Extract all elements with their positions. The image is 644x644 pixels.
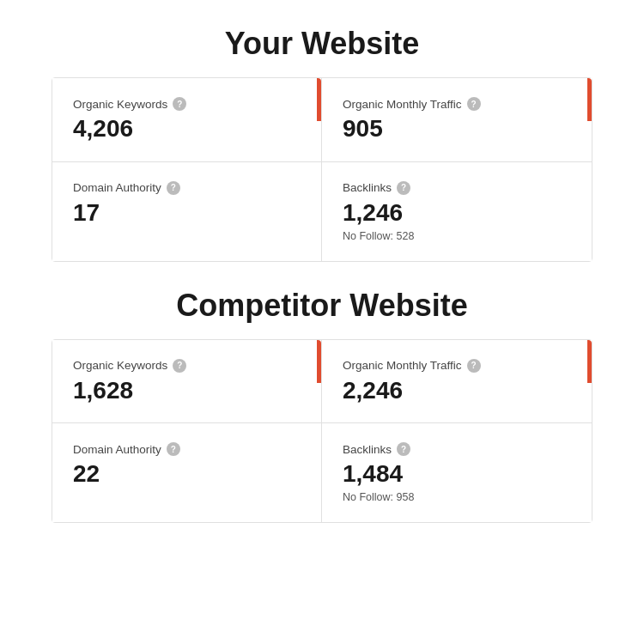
- competitor-website-metrics-grid: Organic Keywords ? 1,628 Organic Monthly…: [52, 339, 592, 524]
- your-website-metrics-grid: Organic Keywords ? 4,206 Organic Monthly…: [52, 77, 592, 262]
- your-website-section: Your Website Organic Keywords ? 4,206 Or…: [52, 26, 592, 262]
- your-organic-traffic-label-row: Organic Monthly Traffic ?: [343, 97, 571, 111]
- comp-domain-authority-help-icon[interactable]: ?: [167, 442, 180, 456]
- your-organic-traffic-value: 905: [343, 116, 571, 143]
- red-bar-your-traffic: [587, 78, 592, 121]
- comp-organic-keywords-label-row: Organic Keywords ?: [73, 359, 301, 373]
- comp-backlinks-nofollow: No Follow: 958: [343, 491, 571, 503]
- comp-domain-authority-value: 22: [73, 461, 301, 488]
- comp-organic-keywords-help-icon[interactable]: ?: [173, 359, 186, 373]
- comp-organic-keywords-label: Organic Keywords: [73, 359, 167, 372]
- your-backlinks-value: 1,246: [343, 200, 571, 227]
- your-organic-keywords-help-icon[interactable]: ?: [173, 97, 186, 111]
- your-backlinks-nofollow: No Follow: 528: [343, 230, 571, 242]
- your-organic-traffic-card: Organic Monthly Traffic ? 905: [322, 78, 592, 162]
- comp-organic-keywords-card: Organic Keywords ? 1,628: [52, 340, 322, 424]
- comp-backlinks-card: Backlinks ? 1,484 No Follow: 958: [322, 423, 592, 522]
- comp-domain-authority-label: Domain Authority: [73, 443, 161, 456]
- comp-organic-traffic-help-icon[interactable]: ?: [467, 359, 481, 373]
- comp-organic-traffic-value: 2,246: [343, 378, 571, 404]
- your-domain-authority-label-row: Domain Authority ?: [73, 181, 301, 195]
- your-organic-traffic-label: Organic Monthly Traffic: [343, 98, 462, 111]
- your-backlinks-card: Backlinks ? 1,246 No Follow: 528: [322, 162, 592, 261]
- your-domain-authority-label: Domain Authority: [73, 181, 161, 194]
- your-backlinks-help-icon[interactable]: ?: [397, 181, 410, 195]
- your-backlinks-label-row: Backlinks ?: [343, 181, 571, 195]
- your-backlinks-label: Backlinks: [343, 181, 392, 194]
- red-bar-comp-keywords: [317, 340, 321, 383]
- competitor-website-title: Competitor Website: [52, 288, 592, 324]
- your-domain-authority-card: Domain Authority ? 17: [52, 162, 322, 261]
- your-organic-traffic-help-icon[interactable]: ?: [467, 97, 481, 111]
- comp-domain-authority-label-row: Domain Authority ?: [73, 442, 301, 456]
- your-organic-keywords-label-row: Organic Keywords ?: [73, 97, 301, 111]
- comp-organic-keywords-value: 1,628: [73, 378, 301, 404]
- comp-backlinks-label-row: Backlinks ?: [343, 442, 571, 456]
- comp-organic-traffic-card: Organic Monthly Traffic ? 2,246: [322, 340, 592, 424]
- your-organic-keywords-card: Organic Keywords ? 4,206: [52, 78, 322, 162]
- red-bar-your-keywords: [317, 78, 321, 121]
- comp-backlinks-help-icon[interactable]: ?: [397, 442, 410, 456]
- comp-organic-traffic-label: Organic Monthly Traffic: [343, 359, 462, 372]
- competitor-website-section: Competitor Website Organic Keywords ? 1,…: [52, 288, 592, 524]
- comp-organic-traffic-label-row: Organic Monthly Traffic ?: [343, 359, 571, 373]
- your-organic-keywords-label: Organic Keywords: [73, 98, 167, 111]
- comp-domain-authority-card: Domain Authority ? 22: [52, 423, 322, 522]
- comp-backlinks-label: Backlinks: [343, 443, 392, 456]
- your-domain-authority-value: 17: [73, 200, 301, 227]
- red-bar-comp-traffic: [587, 340, 592, 383]
- comp-backlinks-value: 1,484: [343, 461, 571, 488]
- your-domain-authority-help-icon[interactable]: ?: [167, 181, 180, 195]
- your-organic-keywords-value: 4,206: [73, 116, 301, 143]
- your-website-title: Your Website: [52, 26, 592, 62]
